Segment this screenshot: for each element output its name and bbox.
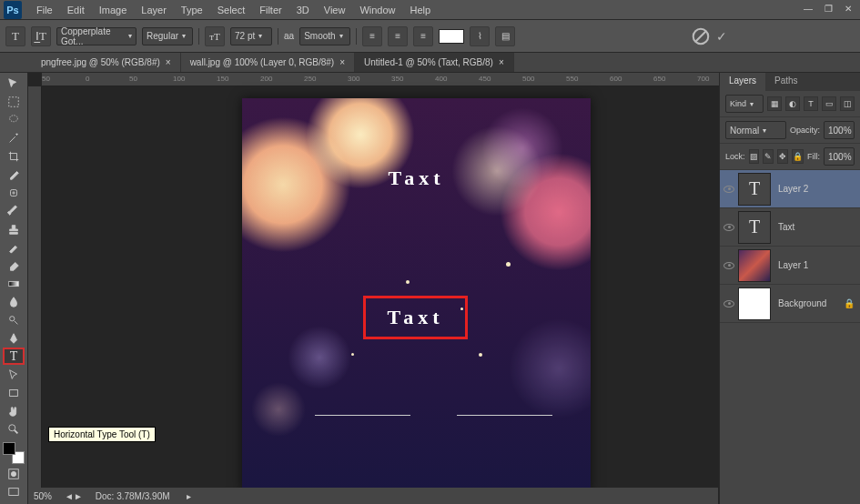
svg-point-8 bbox=[9, 424, 15, 430]
menu-help[interactable]: Help bbox=[403, 2, 439, 18]
filter-smart-icon[interactable]: ◫ bbox=[840, 96, 855, 111]
marquee-tool[interactable] bbox=[3, 93, 25, 110]
menu-edit[interactable]: Edit bbox=[60, 2, 92, 18]
layer-name[interactable]: Taxt bbox=[778, 222, 794, 232]
stamp-tool[interactable] bbox=[3, 220, 25, 237]
layer-thumbnail[interactable] bbox=[738, 287, 771, 320]
filter-adjust-icon[interactable]: ◐ bbox=[785, 96, 800, 111]
lock-position-icon[interactable]: ✥ bbox=[777, 149, 788, 164]
fill-value: 100% bbox=[828, 152, 852, 162]
type-tool-preset-icon[interactable]: T bbox=[5, 26, 25, 46]
healing-tool[interactable] bbox=[3, 184, 25, 201]
visibility-toggle[interactable] bbox=[720, 224, 738, 231]
blur-tool[interactable] bbox=[3, 293, 25, 310]
text-selection-box[interactable]: Taxt bbox=[363, 296, 468, 339]
filter-shape-icon[interactable]: ▭ bbox=[822, 96, 836, 111]
tab-untitled[interactable]: Untitled-1 @ 50% (Taxt, RGB/8)× bbox=[355, 53, 514, 72]
zoom-tool[interactable] bbox=[3, 420, 25, 438]
warp-text-icon[interactable]: ⌇ bbox=[470, 26, 490, 46]
move-tool[interactable] bbox=[3, 75, 25, 92]
history-brush-tool[interactable] bbox=[3, 238, 25, 256]
menu-view[interactable]: View bbox=[317, 2, 353, 18]
filter-type-icon[interactable]: T bbox=[804, 96, 818, 111]
close-icon[interactable]: × bbox=[166, 57, 171, 67]
tab-pngfree[interactable]: pngfree.jpg @ 50% (RGB/8#)× bbox=[32, 53, 181, 72]
antialias-dropdown[interactable]: Smooth▾ bbox=[299, 27, 350, 45]
menu-type[interactable]: Type bbox=[174, 2, 210, 18]
layer-name[interactable]: Layer 1 bbox=[778, 260, 808, 270]
lock-transparent-icon[interactable]: ▨ bbox=[749, 149, 760, 164]
layer-thumbnail[interactable]: T bbox=[738, 211, 771, 244]
magic-wand-tool[interactable] bbox=[3, 129, 25, 146]
font-family-dropdown[interactable]: Copperplate Got...▾ bbox=[56, 27, 137, 45]
layer-name[interactable]: Layer 2 bbox=[778, 184, 808, 194]
rectangle-tool[interactable] bbox=[3, 384, 25, 401]
visibility-toggle[interactable] bbox=[720, 262, 738, 269]
close-icon[interactable]: × bbox=[499, 57, 504, 67]
menu-filter[interactable]: Filter bbox=[252, 2, 288, 18]
pen-tool[interactable] bbox=[3, 329, 25, 347]
fill-dropdown[interactable]: 100% bbox=[824, 147, 855, 166]
opacity-dropdown[interactable]: 100% bbox=[824, 121, 855, 139]
align-right-icon[interactable]: ≡ bbox=[413, 26, 433, 46]
gradient-tool[interactable] bbox=[3, 275, 25, 292]
eyedropper-tool[interactable] bbox=[3, 166, 25, 183]
blend-mode-dropdown[interactable]: Normal▾ bbox=[725, 121, 786, 139]
filter-kind-dropdown[interactable]: Kind▾ bbox=[725, 95, 764, 113]
chevron-right-icon[interactable]: ▸ bbox=[187, 491, 191, 501]
close-button[interactable]: ✕ bbox=[840, 2, 856, 15]
layer-item[interactable]: T Taxt bbox=[720, 208, 860, 247]
canvas-text-upper[interactable]: Taxt bbox=[389, 166, 445, 190]
quick-mask-tool[interactable] bbox=[3, 465, 25, 482]
layer-name[interactable]: Background bbox=[778, 298, 826, 308]
visibility-toggle[interactable] bbox=[720, 300, 738, 307]
menu-file[interactable]: File bbox=[29, 2, 60, 18]
color-picker[interactable] bbox=[3, 442, 25, 464]
menu-layer[interactable]: Layer bbox=[134, 2, 174, 18]
align-center-icon[interactable]: ≡ bbox=[388, 26, 408, 46]
layer-thumbnail[interactable] bbox=[738, 249, 771, 282]
layer-item[interactable]: T Layer 2 bbox=[720, 170, 860, 208]
screen-mode-tool[interactable] bbox=[3, 483, 25, 500]
type-tool[interactable]: T bbox=[3, 348, 25, 365]
font-size-dropdown[interactable]: 72 pt▾ bbox=[230, 27, 272, 45]
fill-label: Fill: bbox=[807, 152, 820, 161]
layer-item[interactable]: Background 🔒 bbox=[720, 285, 860, 323]
tab-wall[interactable]: wall.jpg @ 100% (Layer 0, RGB/8#)× bbox=[181, 53, 355, 72]
menu-image[interactable]: Image bbox=[92, 2, 135, 18]
dodge-tool[interactable] bbox=[3, 311, 25, 328]
document-canvas[interactable]: Taxt Taxt bbox=[242, 98, 591, 491]
visibility-toggle[interactable] bbox=[720, 186, 738, 193]
path-select-tool[interactable] bbox=[3, 366, 25, 383]
foreground-color[interactable] bbox=[3, 442, 15, 455]
character-panel-icon[interactable]: ▤ bbox=[495, 26, 515, 46]
align-left-icon[interactable]: ≡ bbox=[362, 26, 382, 46]
lock-all-icon[interactable]: 🔒 bbox=[792, 149, 804, 164]
scrubber-icon[interactable]: ◄► bbox=[65, 491, 83, 501]
toggle-orientation-icon[interactable]: I̲T bbox=[31, 26, 51, 46]
eraser-tool[interactable] bbox=[3, 257, 25, 274]
menu-window[interactable]: Window bbox=[352, 2, 402, 18]
filter-pixel-icon[interactable]: ▦ bbox=[767, 96, 782, 111]
font-style-dropdown[interactable]: Regular▾ bbox=[142, 27, 193, 45]
menu-3d[interactable]: 3D bbox=[289, 2, 317, 18]
crop-tool[interactable] bbox=[3, 147, 25, 165]
layer-thumbnail[interactable]: T bbox=[738, 173, 771, 206]
tab-layers[interactable]: Layers bbox=[720, 73, 765, 91]
zoom-value[interactable]: 50% bbox=[34, 491, 52, 501]
lasso-tool[interactable] bbox=[3, 111, 25, 128]
cancel-edit-icon[interactable] bbox=[691, 26, 711, 46]
commit-edit-icon[interactable]: ✓ bbox=[716, 29, 727, 44]
canvas-text-lower[interactable]: Taxt bbox=[388, 306, 444, 329]
layer-item[interactable]: Layer 1 bbox=[720, 247, 860, 285]
menu-select[interactable]: Select bbox=[210, 2, 253, 18]
brush-tool[interactable] bbox=[3, 202, 25, 219]
tab-paths[interactable]: Paths bbox=[765, 73, 807, 91]
hand-tool[interactable] bbox=[3, 402, 25, 419]
text-color-swatch[interactable] bbox=[439, 29, 464, 44]
svg-rect-7 bbox=[10, 389, 18, 396]
maximize-button[interactable]: ❐ bbox=[820, 2, 836, 15]
minimize-button[interactable]: — bbox=[800, 2, 816, 15]
lock-pixels-icon[interactable]: ✎ bbox=[763, 149, 774, 164]
close-icon[interactable]: × bbox=[339, 57, 345, 67]
